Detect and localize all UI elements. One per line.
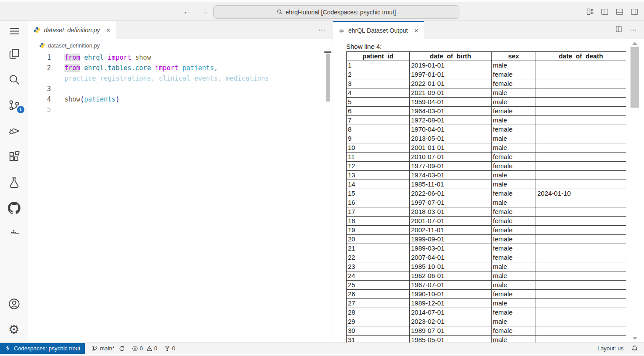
scroll-down-arrow-icon[interactable] bbox=[632, 337, 637, 340]
table-cell: female bbox=[492, 326, 536, 336]
table-cell bbox=[536, 235, 626, 244]
line-number: 5 bbox=[28, 105, 51, 115]
table-cell: 2023-02-01 bbox=[410, 317, 492, 326]
overview-ruler-marker bbox=[324, 51, 331, 53]
docker-icon[interactable] bbox=[0, 221, 28, 247]
customize-layout-icon[interactable] bbox=[586, 7, 594, 16]
scrollbar-thumb[interactable] bbox=[326, 54, 330, 102]
search-icon[interactable] bbox=[0, 67, 28, 92]
code-line[interactable]: 4show(patients) bbox=[28, 94, 333, 105]
toggle-secondary-sidebar-icon[interactable] bbox=[630, 7, 639, 16]
scrollbar-thumb[interactable] bbox=[631, 47, 639, 108]
menu-icon[interactable] bbox=[0, 21, 28, 41]
table-cell: male bbox=[492, 61, 536, 70]
editor-scrollbar[interactable] bbox=[324, 51, 332, 139]
tab-close-icon[interactable]: ✕ bbox=[106, 27, 111, 34]
settings-gear-icon[interactable]: ⚙ bbox=[0, 317, 28, 342]
tab-dataset-definition[interactable]: dataset_definition.py ✕ bbox=[28, 21, 116, 39]
table-row: 301989-07-01female bbox=[347, 326, 626, 336]
breadcrumb[interactable]: dataset_definition.py bbox=[28, 39, 333, 51]
table-row: 241962-06-01male bbox=[347, 271, 626, 281]
tab-ehrql-dataset-output[interactable]: ehrQL Dataset Output ✕ bbox=[333, 21, 424, 39]
webview-scrollbar[interactable] bbox=[631, 41, 639, 341]
table-cell: 3 bbox=[347, 79, 410, 88]
table-cell: 1972-08-01 bbox=[410, 116, 492, 125]
table-cell bbox=[536, 271, 626, 281]
code-line[interactable]: 1from ehrql import show bbox=[28, 52, 333, 63]
table-cell: female bbox=[492, 217, 536, 226]
history-back-button[interactable]: ← bbox=[182, 7, 192, 17]
sync-icon[interactable] bbox=[119, 346, 125, 352]
command-center-search[interactable]: ehrql-tutorial [Codespaces: psychic trou… bbox=[213, 5, 459, 19]
table-cell bbox=[536, 61, 626, 70]
toggle-primary-sidebar-icon[interactable] bbox=[600, 7, 609, 16]
table-cell: 16 bbox=[347, 198, 410, 207]
table-cell: male bbox=[492, 198, 536, 207]
table-cell: female bbox=[492, 162, 536, 171]
table-cell: 2019-01-01 bbox=[410, 61, 492, 70]
code-editor[interactable]: 1from ehrql import show2from ehrql.table… bbox=[28, 51, 333, 115]
table-cell bbox=[536, 207, 626, 217]
branch-status-item[interactable]: main* bbox=[92, 345, 125, 352]
table-cell: 2024-01-10 bbox=[536, 189, 626, 198]
history-forward-button[interactable]: → bbox=[199, 7, 209, 17]
table-cell: female bbox=[492, 79, 536, 88]
table-cell bbox=[536, 143, 626, 153]
table-cell: male bbox=[492, 143, 536, 153]
table-row: 152022-06-01female2024-01-10 bbox=[347, 189, 626, 198]
python-file-icon bbox=[39, 42, 45, 48]
line-number: 1 bbox=[28, 52, 51, 63]
table-cell: 1985-10-01 bbox=[410, 262, 492, 271]
command-center-label: ehrql-tutorial [Codespaces: psychic trou… bbox=[286, 9, 396, 16]
table-row: 112010-07-01female bbox=[347, 153, 626, 162]
table-cell: female bbox=[492, 207, 536, 217]
testing-icon[interactable] bbox=[0, 170, 28, 195]
table-cell: 10 bbox=[347, 143, 410, 153]
table-cell: 2022-01-01 bbox=[410, 79, 492, 88]
extensions-icon[interactable] bbox=[0, 144, 28, 170]
code-line[interactable]: 2from ehrql.tables.core import patients, bbox=[28, 63, 333, 73]
table-cell: 25 bbox=[347, 281, 410, 290]
layout-status-item[interactable]: Layout: us bbox=[597, 345, 624, 352]
run-and-debug-icon[interactable] bbox=[0, 118, 28, 144]
toggle-panel-icon[interactable] bbox=[615, 7, 624, 16]
table-cell: 30 bbox=[347, 326, 410, 336]
scroll-up-arrow-icon[interactable] bbox=[632, 42, 637, 45]
table-cell: female bbox=[492, 235, 536, 244]
tab-close-icon[interactable]: ✕ bbox=[414, 27, 418, 34]
editor-more-actions-icon[interactable]: ⋯ bbox=[318, 26, 326, 34]
table-cell bbox=[536, 336, 626, 343]
table-cell: 17 bbox=[347, 207, 410, 217]
table-row: 51959-04-01male bbox=[347, 98, 626, 107]
table-cell: male bbox=[492, 271, 536, 281]
status-bar: Codespaces: psychic trout main* 0 0 0 La… bbox=[0, 342, 644, 354]
table-cell: 1997-01-01 bbox=[410, 70, 492, 79]
code-line[interactable]: 5 bbox=[28, 105, 333, 115]
output-more-actions-icon[interactable]: ⋯ bbox=[630, 26, 637, 34]
accounts-icon[interactable] bbox=[0, 291, 28, 317]
output-tab-bar: ehrQL Dataset Output ✕ ⋯ bbox=[333, 21, 644, 39]
source-control-icon[interactable]: 1 bbox=[0, 92, 28, 118]
notifications-bell-icon[interactable] bbox=[631, 345, 638, 352]
ports-count: 0 bbox=[172, 345, 175, 352]
table-cell bbox=[536, 116, 626, 125]
table-cell bbox=[536, 79, 626, 88]
ports-status-item[interactable]: 0 bbox=[164, 345, 175, 352]
table-row: 251967-07-01male bbox=[347, 281, 626, 290]
code-line[interactable]: practice_registrations, clinical_events,… bbox=[28, 73, 333, 84]
problems-status-item[interactable]: 0 0 bbox=[132, 345, 157, 352]
table-cell bbox=[536, 244, 626, 253]
code-line[interactable]: 3 bbox=[28, 84, 333, 94]
table-cell: female bbox=[492, 107, 536, 116]
table-cell bbox=[536, 217, 626, 226]
split-editor-icon[interactable] bbox=[615, 25, 623, 35]
explorer-icon[interactable] bbox=[0, 41, 28, 67]
github-icon[interactable] bbox=[0, 195, 28, 221]
table-cell bbox=[536, 262, 626, 271]
table-cell: female bbox=[492, 253, 536, 262]
remote-indicator[interactable]: Codespaces: psychic trout bbox=[0, 343, 85, 354]
table-row: 71972-08-01male bbox=[347, 116, 626, 125]
clipped-text: THEW TUTORIAL bbox=[112, 354, 166, 356]
table-cell bbox=[536, 299, 626, 308]
git-branch-icon bbox=[92, 346, 98, 352]
